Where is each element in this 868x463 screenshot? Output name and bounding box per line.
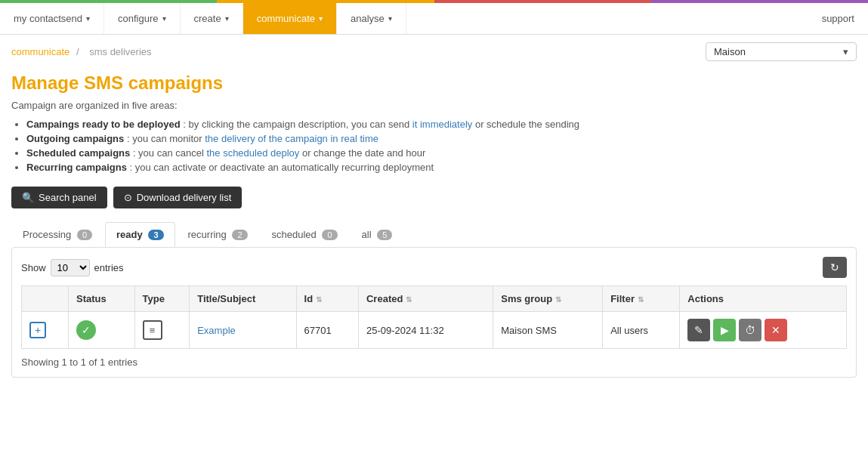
info-item-4-strong: Recurring campaigns bbox=[26, 162, 127, 173]
cell-filter: All users bbox=[603, 312, 680, 349]
nav-spacer bbox=[406, 3, 808, 34]
nav-caret-communicate: ▾ bbox=[319, 14, 323, 23]
col-expand bbox=[22, 286, 69, 312]
tab-scheduled[interactable]: scheduled 0 bbox=[261, 222, 349, 247]
action-delete-button[interactable]: ✕ bbox=[765, 319, 787, 341]
cell-smsgroup: Maison SMS bbox=[493, 312, 603, 349]
nav-label-mycontactsend: my contactsend bbox=[14, 13, 82, 24]
nav-item-communicate[interactable]: communicate ▾ bbox=[243, 3, 337, 34]
refresh-button[interactable]: ↻ bbox=[823, 257, 847, 278]
refresh-icon: ↻ bbox=[830, 261, 839, 273]
col-title: Title/Subject bbox=[190, 286, 296, 312]
tab-all-badge: 5 bbox=[377, 230, 392, 240]
nav-label-analyse: analyse bbox=[351, 13, 385, 24]
org-selector[interactable]: Maison ▾ bbox=[706, 42, 857, 61]
campaign-id: 67701 bbox=[304, 325, 332, 336]
top-nav: my contactsend ▾ configure ▾ create ▾ co… bbox=[0, 3, 868, 35]
cell-type: ≡ bbox=[134, 312, 190, 349]
show-entries-left: Show 10 25 50 100 entries bbox=[21, 259, 124, 276]
nav-label-create: create bbox=[194, 13, 221, 24]
info-item-4: Recurring campaigns : you can activate o… bbox=[26, 162, 857, 173]
cell-id: 67701 bbox=[296, 312, 358, 349]
tab-all[interactable]: all 5 bbox=[351, 222, 404, 247]
nav-caret-mycontactsend: ▾ bbox=[86, 14, 90, 23]
tab-ready-badge: 3 bbox=[148, 230, 163, 240]
nav-item-analyse[interactable]: analyse ▾ bbox=[337, 3, 406, 34]
expand-button[interactable]: + bbox=[29, 322, 46, 338]
nav-support-label: support bbox=[822, 13, 854, 24]
action-buttons: 🔍 Search panel ⊙ Download delivery list bbox=[11, 187, 857, 208]
nav-label-communicate: communicate bbox=[257, 13, 315, 24]
info-list: Campaings ready to be deployed : by clic… bbox=[11, 119, 857, 173]
sort-icon-smsgroup: ⇅ bbox=[555, 295, 561, 304]
download-icon: ⊙ bbox=[124, 192, 132, 203]
download-delivery-label: Download delivery list bbox=[137, 192, 232, 203]
search-icon: 🔍 bbox=[22, 192, 34, 203]
info-item-1-text: : by clicking the campaign description, … bbox=[183, 119, 579, 130]
tab-scheduled-badge: 0 bbox=[322, 230, 337, 240]
nav-item-configure[interactable]: configure ▾ bbox=[104, 3, 180, 34]
info-item-1: Campaings ready to be deployed : by clic… bbox=[26, 119, 857, 130]
cell-title: Example bbox=[190, 312, 296, 349]
campaign-title-link[interactable]: Example bbox=[197, 325, 236, 336]
table-row: + ✓ ≡ Example 67701 25-09-2024 bbox=[22, 312, 847, 349]
show-label: Show bbox=[21, 262, 46, 273]
nav-item-create[interactable]: create ▾ bbox=[181, 3, 243, 34]
action-schedule-button[interactable]: ⏱ bbox=[739, 319, 761, 341]
tab-all-label: all bbox=[362, 229, 372, 240]
org-selector-caret: ▾ bbox=[843, 46, 848, 57]
col-actions: Actions bbox=[680, 286, 847, 312]
breadcrumb-area: communicate / sms deliveries Maison ▾ bbox=[0, 35, 868, 65]
nav-item-mycontactsend[interactable]: my contactsend ▾ bbox=[0, 3, 104, 34]
search-panel-button[interactable]: 🔍 Search panel bbox=[11, 187, 107, 208]
nav-support: support bbox=[808, 3, 868, 34]
tab-processing-badge: 0 bbox=[77, 230, 92, 240]
org-selector-value: Maison bbox=[714, 46, 746, 57]
nav-caret-create: ▾ bbox=[225, 14, 229, 23]
col-created: Created ⇅ bbox=[358, 286, 493, 312]
action-buttons-row: ✎ ▶ ⏱ ✕ bbox=[687, 319, 839, 341]
tab-ready[interactable]: ready 3 bbox=[105, 222, 175, 247]
campaign-filter: All users bbox=[610, 325, 648, 336]
col-type: Type bbox=[134, 286, 190, 312]
sort-icon-id: ⇅ bbox=[316, 295, 322, 304]
col-smsgroup: Sms group ⇅ bbox=[493, 286, 603, 312]
entries-label: entries bbox=[94, 262, 124, 273]
info-item-3: Scheduled campaigns : you can cancel the… bbox=[26, 147, 857, 159]
breadcrumb-communicate[interactable]: communicate bbox=[11, 46, 70, 57]
page-subtitle: Campaign are organized in five areas: bbox=[11, 100, 857, 111]
info-item-3-strong: Scheduled campaigns bbox=[26, 147, 130, 159]
download-delivery-button[interactable]: ⊙ Download delivery list bbox=[113, 187, 242, 208]
info-item-2: Outgoing campaigns : you can monitor the… bbox=[26, 133, 857, 144]
nav-label-configure: configure bbox=[118, 13, 158, 24]
breadcrumb: communicate / sms deliveries bbox=[11, 46, 156, 57]
table-footer-text: Showing 1 to 1 of 1 entries bbox=[21, 357, 137, 368]
entries-select[interactable]: 10 25 50 100 bbox=[51, 259, 90, 276]
tab-processing-label: Processing bbox=[23, 229, 71, 240]
nav-caret-analyse: ▾ bbox=[388, 14, 392, 23]
sort-icon-created: ⇅ bbox=[406, 295, 412, 304]
tab-recurring-label: recurring bbox=[188, 229, 227, 240]
page-title: Manage SMS campaigns bbox=[11, 73, 857, 94]
sort-icon-filter: ⇅ bbox=[638, 295, 644, 304]
action-play-button[interactable]: ▶ bbox=[713, 319, 736, 341]
table-header-row: Status Type Title/Subject Id ⇅ Created ⇅… bbox=[22, 286, 847, 312]
data-table: Status Type Title/Subject Id ⇅ Created ⇅… bbox=[21, 286, 847, 349]
nav-caret-configure: ▾ bbox=[162, 14, 166, 23]
table-footer: Showing 1 to 1 of 1 entries bbox=[21, 357, 847, 368]
tab-recurring[interactable]: recurring 2 bbox=[177, 222, 259, 247]
col-status: Status bbox=[68, 286, 134, 312]
type-document-icon: ≡ bbox=[143, 320, 162, 340]
show-entries-row: Show 10 25 50 100 entries ↻ bbox=[21, 257, 847, 278]
info-item-3-text: : you can cancel the scheduled deploy or… bbox=[133, 147, 425, 159]
cell-created: 25-09-2024 11:32 bbox=[358, 312, 493, 349]
action-edit-button[interactable]: ✎ bbox=[687, 319, 710, 341]
tabs: Processing 0 ready 3 recurring 2 schedul… bbox=[11, 222, 857, 247]
breadcrumb-current: sms deliveries bbox=[89, 46, 151, 57]
cell-status: ✓ bbox=[68, 312, 134, 349]
tab-recurring-badge: 2 bbox=[232, 230, 247, 240]
table-container: Show 10 25 50 100 entries ↻ Status Type bbox=[11, 247, 857, 378]
main-content: Manage SMS campaigns Campaign are organi… bbox=[0, 65, 868, 389]
cell-actions: ✎ ▶ ⏱ ✕ bbox=[680, 312, 847, 349]
tab-processing[interactable]: Processing 0 bbox=[11, 222, 103, 247]
